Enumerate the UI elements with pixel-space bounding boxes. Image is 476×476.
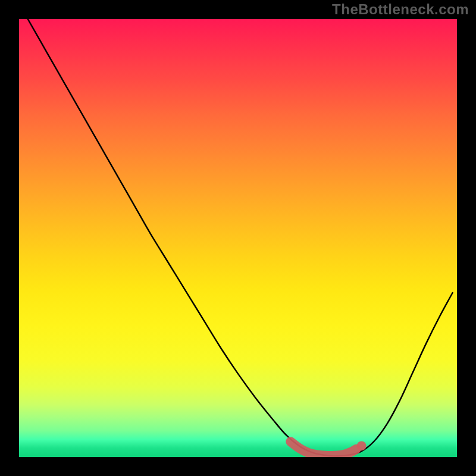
optimal-range-highlight (19, 19, 457, 457)
chart-frame: TheBottleneck.com (0, 0, 476, 476)
svg-point-0 (357, 441, 367, 450)
plot-area (19, 19, 457, 457)
watermark-text: TheBottleneck.com (332, 1, 469, 18)
